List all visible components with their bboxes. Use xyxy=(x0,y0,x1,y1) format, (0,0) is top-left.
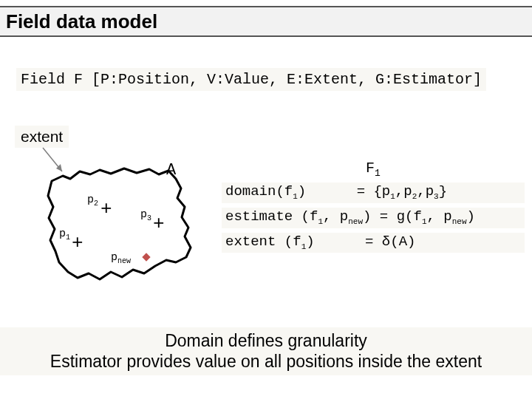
title-band: Field data model xyxy=(0,6,532,37)
extent-line: extent (f1) = δ(A) xyxy=(222,233,525,253)
estimate-line: estimate (f1, pnew) = g(f1, pnew) xyxy=(222,208,525,228)
example-heading: F1 xyxy=(222,161,525,178)
extent-label: extent xyxy=(15,126,69,148)
point-pnew-label: pnew xyxy=(111,251,131,265)
point-p2-marker: + xyxy=(100,205,112,213)
region-label-a: A xyxy=(166,161,176,180)
point-p2-label: p2 xyxy=(87,194,98,208)
region-outline xyxy=(30,163,211,288)
point-p3-label: p3 xyxy=(140,208,151,222)
math-block: F1 domain(f1) = {p1,p2,p3} estimate (f1,… xyxy=(222,161,525,257)
summary-text: Domain defines granularity Estimator pro… xyxy=(0,327,532,376)
slide-title: Field data model xyxy=(6,10,157,33)
domain-line: domain(f1) = {p1,p2,p3} xyxy=(222,183,525,203)
point-p1-marker: + xyxy=(72,239,83,247)
point-p1-label: p1 xyxy=(59,228,70,242)
point-p3-marker: + xyxy=(153,220,165,228)
definition-code: Field F [P:Position, V:Value, E:Extent, … xyxy=(16,68,486,91)
